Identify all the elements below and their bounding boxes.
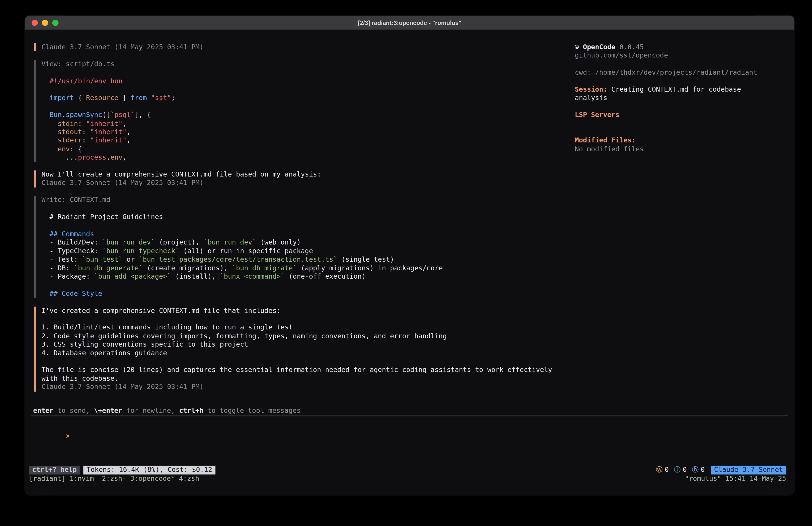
text-line — [575, 119, 786, 128]
text-line — [41, 102, 569, 111]
warning-icon: Ⓦ — [656, 466, 663, 474]
zoom-button[interactable] — [52, 19, 59, 26]
text-line: Write: CONTEXT.md — [41, 196, 569, 204]
text-line — [41, 204, 569, 213]
text-line: - Build/Dev: `bun run dev` (project), `b… — [41, 239, 569, 247]
text-line: - Test: `bun test` or `bun test packages… — [41, 255, 569, 264]
text-line: - DB: `bun db generate` (create migratio… — [41, 264, 569, 272]
text-line: 1. Build/lint/test commands including ho… — [41, 323, 569, 332]
text-line: env: { — [41, 145, 569, 153]
text-line: cwd: /home/thdxr/dev/projects/radiant/ra… — [575, 68, 786, 77]
text-line: # Radiant Project Guidelines — [41, 213, 569, 221]
text-line: Bun.spawnSync([`psql`], { — [41, 111, 569, 119]
text-line: 4. Database operations guidance — [41, 349, 569, 357]
text-line: with this codebase. — [41, 374, 569, 383]
text-line — [575, 60, 786, 68]
info-count: 0 — [683, 466, 687, 474]
info-counter: ⓘ0 — [674, 466, 687, 474]
text-line: stdout: "inherit", — [41, 128, 569, 137]
text-line — [41, 357, 569, 366]
text-line — [575, 77, 786, 85]
diagnostics-counters: Ⓦ0 ⓘ0 ⓗ0 — [656, 466, 705, 474]
tmux-status-bar: [radiant] 1:nvim 2:zsh- 3:opencode* 4:zs… — [25, 474, 794, 483]
prompt-symbol: > — [66, 432, 70, 440]
text-line — [41, 85, 569, 94]
close-button[interactable] — [32, 19, 38, 26]
assistant-message-block: Claude 3.7 Sonnet (14 May 2025 03:41 PM) — [34, 43, 568, 52]
text-line: - TypeCheck: `bun run typecheck` (all) o… — [41, 247, 569, 255]
status-bar-right: Ⓦ0 ⓘ0 ⓗ0 Claude 3.7 Sonnet — [656, 466, 794, 474]
text-line: import { Resource } from "sst"; — [41, 94, 569, 102]
text-line: github.com/sst/opencode — [575, 52, 786, 60]
text-line: Now I'll create a comprehensive CONTEXT.… — [41, 171, 569, 179]
help-hint-chip: ctrl+? help — [29, 466, 80, 474]
text-line: Modified Files: — [575, 137, 786, 145]
tool-block: Write: CONTEXT.md # Radiant Project Guid… — [34, 196, 568, 298]
status-bar: ctrl+? help Tokens: 16.4K (8%), Cost: $0… — [25, 466, 794, 474]
text-line: ## Code Style — [41, 289, 569, 298]
text-line — [575, 128, 786, 137]
info-icon: ⓘ — [674, 466, 681, 474]
warnings-counter: Ⓦ0 — [656, 466, 669, 474]
prompt-row[interactable]: > — [33, 424, 70, 449]
assistant-message-block: I've created a comprehensive CONTEXT.md … — [34, 307, 568, 392]
text-line: - Package: `bun add <package>` (install)… — [41, 272, 569, 281]
model-badge: Claude 3.7 Sonnet — [711, 466, 786, 474]
text-line: ## Commands — [41, 230, 569, 239]
text-line: enter to send, \+enter for newline, ctrl… — [33, 407, 301, 415]
text-line: No modified files — [575, 145, 786, 153]
input-divider — [31, 415, 788, 416]
text-line — [575, 102, 786, 111]
hints-counter: ⓗ0 — [692, 466, 705, 474]
hint-count: 0 — [701, 466, 705, 474]
text-line: © OpenCode 0.0.45 — [575, 43, 786, 52]
text-line: analysis — [575, 94, 786, 102]
text-line: Claude 3.7 Sonnet (14 May 2025 03:41 PM) — [41, 383, 569, 392]
text-line: View: script/db.ts — [41, 60, 569, 68]
tmux-host-clock: "romulus" 15:41 14-May-25 — [685, 474, 786, 483]
terminal-screen[interactable]: Claude 3.7 Sonnet (14 May 2025 03:41 PM)… — [25, 30, 794, 495]
text-line — [41, 221, 569, 230]
chat-history: Claude 3.7 Sonnet (14 May 2025 03:41 PM)… — [34, 43, 568, 400]
minimize-button[interactable] — [42, 19, 48, 26]
tokens-cost-chip: Tokens: 16.4K (8%), Cost: $0.12 — [83, 466, 215, 474]
text-line — [41, 68, 569, 77]
window-titlebar[interactable]: [2/3] radiant:3:opencode - "romulus" — [25, 16, 794, 30]
text-line: stderr: "inherit", — [41, 137, 569, 145]
text-line: Claude 3.7 Sonnet (14 May 2025 03:41 PM) — [41, 43, 569, 52]
text-line — [41, 281, 569, 289]
window-controls — [32, 19, 59, 26]
text-line: Session: Creating CONTEXT.md for codebas… — [575, 86, 786, 94]
keybind-help: enter to send, \+enter for newline, ctrl… — [33, 407, 301, 415]
assistant-message-block: Now I'll create a comprehensive CONTEXT.… — [34, 171, 568, 187]
text-line: stdin: "inherit", — [41, 119, 569, 128]
terminal-window: [2/3] radiant:3:opencode - "romulus" Cla… — [25, 16, 794, 495]
text-line: 3. CSS styling conventions specific to t… — [41, 340, 569, 349]
text-line: Claude 3.7 Sonnet (14 May 2025 03:41 PM) — [41, 179, 569, 187]
hint-icon: ⓗ — [692, 466, 699, 474]
window-title: [2/3] radiant:3:opencode - "romulus" — [358, 19, 462, 26]
text-line: ...process.env, — [41, 154, 569, 162]
text-line: LSP Servers — [575, 111, 786, 119]
screen: [2/3] radiant:3:opencode - "romulus" Cla… — [0, 0, 812, 526]
text-line — [41, 315, 569, 323]
text-line: #!/usr/bin/env bun — [41, 77, 569, 85]
tool-block: View: script/db.ts #!/usr/bin/env bun im… — [34, 60, 568, 162]
text-line: The file is concise (20 lines) and captu… — [41, 366, 569, 374]
session-sidebar: © OpenCode 0.0.45github.com/sst/opencode… — [575, 43, 786, 154]
text-line: I've created a comprehensive CONTEXT.md … — [41, 307, 569, 315]
tmux-session-windows[interactable]: [radiant] 1:nvim 2:zsh- 3:opencode* 4:zs… — [29, 474, 199, 483]
text-line: 2. Code style guidelines covering import… — [41, 332, 569, 340]
warning-count: 0 — [665, 466, 669, 474]
